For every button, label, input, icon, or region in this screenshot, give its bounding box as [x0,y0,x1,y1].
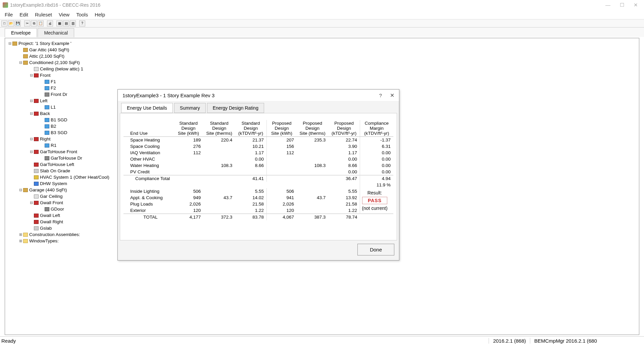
pct-row: 11.9 % [123,182,393,188]
tree-node-label: L1 [51,104,56,110]
tree-node-icon [34,214,39,218]
tree-node-icon [45,156,49,160]
hdr-std-tdv: StandardDesign(kTDV/ft²-yr) [235,120,266,137]
tree-node-icon [45,105,49,109]
tree-node-icon [23,233,28,237]
hdr-std-therms: StandardDesignSite (therms) [203,120,235,137]
tree-expander-icon[interactable]: ⊟ [29,149,33,155]
table-row: Appl. & Cooking94943.714.0294143.713.92 [123,194,393,201]
tree-expander-icon[interactable]: ⊟ [18,187,22,193]
tool2-icon[interactable]: ▤ [63,20,69,26]
dialog-help-icon[interactable]: ? [379,93,382,98]
tree-node-label: Front [40,72,51,78]
tree-node-icon [34,150,39,154]
tree-node-label: HVAC System 1 (Other Heat/Cool) [40,174,109,180]
status-ready: Ready [0,338,489,344]
tree-node[interactable]: ⊟Conditioned (2,100 SqFt) [6,59,638,66]
tree-node-label: F2 [51,85,56,91]
menu-file[interactable]: File [2,10,15,19]
tree-expander-icon[interactable]: ⊟ [29,136,33,142]
tree-node-icon [45,207,49,211]
help-icon[interactable]: ? [79,20,85,26]
app-icon [3,2,8,8]
menu-edit[interactable]: Edit [17,10,31,19]
tab-rating[interactable]: Energy Design Rating [207,103,264,113]
status-bem: BEMCmpMgr 2016.2.1 (680 [530,338,604,344]
tree-expander-icon[interactable]: ⊟ [29,110,33,117]
tree-node-label: GDoor [51,206,64,212]
tab-summary[interactable]: Summary [174,103,206,113]
tree-node-icon [34,182,39,186]
tree-node[interactable]: F1 [6,78,638,85]
tree-node-label: F1 [51,78,56,85]
menu-tools[interactable]: Tools [73,10,91,19]
window-title: 1storyExample3.ribd16 - CBECC-Res 2016 [10,2,605,8]
tree-expander-icon[interactable]: ⊟ [29,199,33,206]
dialog-title: 1storyExample3 - 1 Story Example Rev 3 [122,93,379,98]
tree-node-icon [34,201,39,205]
table-row: Space Heating189220.421.37207235.322.74-… [123,137,393,143]
tab-envelope[interactable]: Envelope [5,28,37,37]
energy-table: End Use StandardDesignSite (kWh) Standar… [123,120,393,220]
tree-node-icon [23,61,28,65]
copy-icon[interactable]: ⧉ [31,20,37,26]
statusbar: Ready 2016.2.1 (868) BEMCmpMgr 2016.2.1 … [0,336,644,345]
table-row: Water Heating108.38.66108.38.660.00 [123,162,393,169]
tab-mechanical[interactable]: Mechanical [38,28,74,37]
tree-node[interactable]: Attic (2,100 SqFt) [6,53,638,59]
paste-icon[interactable]: 📋 [38,20,44,26]
tree-expander-icon[interactable]: ⊞ [18,238,22,244]
tree-node-label: Gwall Right [40,219,63,225]
new-icon[interactable]: □ [1,20,7,26]
menu-ruleset[interactable]: Ruleset [32,10,55,19]
titlebar: 1storyExample3.ribd16 - CBECC-Res 2016 —… [0,0,644,10]
tree-node-label: Attic (2,100 SqFt) [29,53,64,59]
dialog-body: End Use StandardDesignSite (kWh) Standar… [120,113,397,240]
close-icon[interactable]: ✕ [634,2,638,8]
tool1-icon[interactable]: ▦ [56,20,62,26]
tree-expander-icon[interactable]: ⊟ [29,98,33,104]
tree-node-label: Right [40,136,51,142]
tool3-icon[interactable]: ▥ [70,20,76,26]
print-icon[interactable]: 🖨 [47,20,53,26]
open-icon[interactable]: 📂 [8,20,14,26]
tree-node-icon [45,118,49,122]
hdr-prop-kwh: ProposedDesignSite (kWh) [267,120,297,137]
minimize-icon[interactable]: — [605,2,610,8]
tree-node[interactable]: Gar Attic (440 SqFt) [6,47,638,53]
result-panel: Result: PASS (not current) [357,190,392,211]
tree-node[interactable]: ⊟Project: '1 Story Example ' [6,40,638,47]
tree-node-label: Conditioned (2,100 SqFt) [29,59,80,66]
tree-node-label: GarToHouse Dr [51,155,82,161]
tab-energy-details[interactable]: Energy Use Details [121,103,173,113]
tree-node-icon [34,99,39,103]
tree-node-icon [23,188,28,192]
result-note: (not current) [357,206,392,211]
tree-expander-icon[interactable]: ⊟ [8,40,12,47]
dialog-close-icon[interactable]: ✕ [390,92,394,99]
tree-node-icon [45,124,49,128]
tree-node-label: Gslab [40,225,52,231]
tree-expander-icon[interactable]: ⊞ [18,231,22,238]
menubar: File Edit Ruleset View Tools Help [0,10,644,19]
menu-help[interactable]: Help [92,10,108,19]
done-button[interactable]: Done [357,244,394,255]
maximize-icon[interactable]: ☐ [620,2,624,8]
tree-node-icon [34,169,39,173]
cut-icon[interactable]: ✂ [24,20,30,26]
tree-node[interactable]: ⊟Front [6,72,638,78]
result-value: PASS [362,197,387,204]
menu-view[interactable]: View [56,10,72,19]
tree-node[interactable]: Ceiling (below attic) 1 [6,66,638,72]
tree-node-icon [34,163,39,167]
tree-node-icon [45,80,49,84]
table-row: IAQ Ventilation1121.171121.170.00 [123,150,393,156]
tree-node-label: Front Dr [51,91,67,98]
tree-node-icon [34,137,39,141]
tree-expander-icon[interactable]: ⊟ [29,72,33,78]
tree-expander-icon[interactable]: ⊟ [18,59,22,66]
save-icon[interactable]: 💾 [15,20,21,26]
tree-node-label: Project: '1 Story Example ' [18,40,71,47]
status-version: 2016.2.1 (868) [489,338,530,344]
tree-node-label: B3 SGD [51,129,67,136]
